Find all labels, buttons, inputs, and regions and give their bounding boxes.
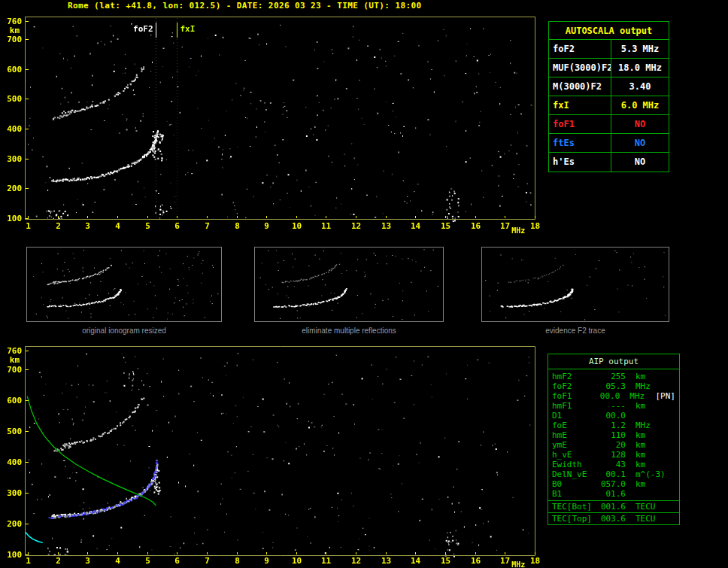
param-unit: km: [626, 460, 662, 469]
param-label: ftEs: [549, 134, 611, 152]
param-value: 00.0: [599, 411, 626, 421]
param-unit: km: [626, 401, 662, 411]
param-label: hmE: [552, 430, 599, 440]
param-value: 05.3: [599, 381, 626, 391]
param-label: TEC[Bot]: [552, 502, 599, 511]
param-label: foF2: [552, 381, 599, 391]
param-value: 6.0 MHz: [611, 96, 669, 114]
autoscala-table-title: AUTOSCALA output: [549, 22, 669, 40]
table-row: hmE 110 km: [548, 430, 679, 440]
param-unit: MHz: [626, 381, 662, 391]
thumbnail-caption: eliminate multiple reflections: [254, 327, 444, 335]
param-flag: [662, 502, 675, 511]
table-row: M(3000)F2 3.40: [549, 77, 669, 96]
table-row: foE 1.2 MHz: [548, 421, 679, 430]
param-flag: [662, 469, 675, 479]
table-row: TEC[Top] 003.6 TECU: [548, 512, 679, 523]
table-row: fxI 6.0 MHz: [549, 96, 669, 115]
param-value: 00.1: [599, 469, 626, 479]
param-unit: TECU: [626, 502, 662, 511]
table-row: foF1 00.0 MHz [PN]: [548, 391, 679, 401]
param-unit: km: [626, 430, 662, 440]
param-unit: MHz: [626, 421, 662, 430]
param-value: 128: [599, 450, 626, 460]
param-value: 5.3 MHz: [611, 40, 669, 58]
param-label: B1: [552, 489, 599, 499]
param-unit: TECU: [626, 514, 662, 523]
param-unit: km: [626, 479, 662, 489]
param-flag: [662, 440, 675, 450]
table-row: foF2 5.3 MHz: [549, 40, 669, 59]
param-flag: [662, 460, 675, 469]
param-label: h'Es: [549, 153, 611, 172]
param-flag: [662, 401, 675, 411]
aip-output-table: AIP output hmF2 255 km foF2 05.3 MHz foF…: [548, 354, 680, 525]
thumbnail-original-ionogram: [26, 247, 222, 322]
param-label: hmF2: [552, 372, 599, 381]
param-unit: km: [626, 372, 662, 381]
param-label: fxI: [549, 96, 611, 114]
param-value: 003.6: [599, 514, 626, 523]
table-row: B0 057.0 km: [548, 479, 679, 489]
param-label: DelN_vE: [552, 469, 599, 479]
param-label: foF1: [552, 391, 595, 401]
param-label: TEC[Top]: [552, 514, 599, 523]
param-label: MUF(3000)F2: [549, 59, 611, 77]
param-label: Ewidth: [552, 460, 599, 469]
table-row: DelN_vE 00.1 m^(-3): [548, 469, 679, 479]
param-unit: km: [626, 450, 662, 460]
param-flag: [PN]: [654, 391, 676, 401]
app-root: Rome (lat: +41.8, lon: 012.5) - DATE: 20…: [0, 0, 728, 568]
param-flag: [662, 514, 675, 523]
param-value: NO: [611, 153, 669, 172]
table-row: MUF(3000)F2 18.0 MHz: [549, 59, 669, 77]
param-flag: [662, 381, 675, 391]
param-value: NO: [611, 115, 669, 133]
param-flag: [662, 489, 675, 499]
param-label: ymE: [552, 440, 599, 450]
table-row: h_vE 128 km: [548, 450, 679, 460]
param-value: 255: [599, 372, 626, 381]
thumbnail-evidence-f2-trace: [481, 247, 669, 322]
param-value: 3.40: [611, 77, 669, 96]
param-label: foE: [552, 421, 599, 430]
table-row: B1 01.6: [548, 489, 679, 499]
param-value: 1.2: [599, 421, 626, 430]
param-label: D1: [552, 411, 599, 421]
param-unit: [626, 411, 662, 421]
table-row: foF1 NO: [549, 115, 669, 134]
thumbnail-caption: original ionogram resized: [26, 327, 222, 335]
param-value: ---: [599, 401, 626, 411]
param-value: 110: [599, 430, 626, 440]
param-value: 18.0 MHz: [611, 59, 669, 77]
param-value: 00.0: [595, 391, 620, 401]
thumbnail-eliminate-multiples: [254, 247, 444, 322]
param-label: h_vE: [552, 450, 599, 460]
param-value: 057.0: [599, 479, 626, 489]
table-row: TEC[Bot] 001.6 TECU: [548, 500, 679, 511]
table-row: h'Es NO: [549, 153, 669, 172]
ionogram-plot-main: [0, 11, 544, 236]
param-label: foF2: [549, 40, 611, 58]
thumbnail-caption: evidence F2 trace: [481, 327, 669, 335]
param-label: foF1: [549, 115, 611, 133]
param-flag: [662, 372, 675, 381]
autoscala-output-table: AUTOSCALA output foF2 5.3 MHz MUF(3000)F…: [548, 21, 669, 172]
table-row: ymE 20 km: [548, 440, 679, 450]
param-flag: [662, 411, 675, 421]
param-unit: MHz: [620, 391, 654, 401]
param-label: M(3000)F2: [549, 77, 611, 96]
table-row: foF2 05.3 MHz: [548, 381, 679, 391]
param-unit: [626, 489, 662, 499]
param-value: 001.6: [599, 502, 626, 511]
param-unit: km: [626, 440, 662, 450]
param-unit: m^(-3): [626, 469, 662, 479]
table-row: Ewidth 43 km: [548, 460, 679, 469]
param-label: hmF1: [552, 401, 599, 411]
aip-table-title: AIP output: [548, 354, 679, 369]
ionogram-plot-profile: [0, 340, 544, 568]
param-value: 01.6: [599, 489, 626, 499]
param-label: B0: [552, 479, 599, 489]
table-row: hmF1 --- km: [548, 401, 679, 411]
param-value: 43: [599, 460, 626, 469]
